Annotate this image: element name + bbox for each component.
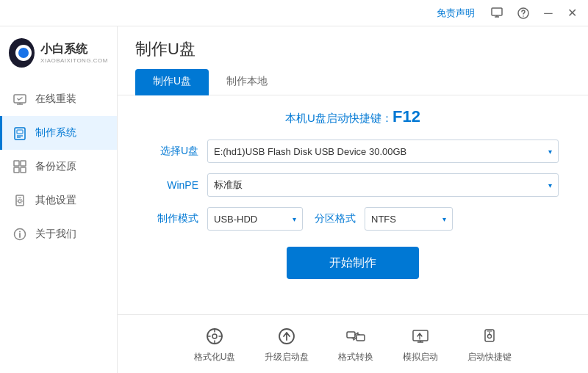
partition-dropdown[interactable]: NTFS ▾ (365, 207, 453, 231)
make-system-icon (12, 125, 28, 141)
format-convert-icon (344, 325, 368, 348)
sidebar-label-online-reinstall: 在线重装 (35, 93, 76, 106)
winpe-dropdown-arrow: ▾ (548, 181, 552, 189)
svg-point-31 (488, 335, 492, 338)
minimize-button[interactable]: ─ (539, 4, 557, 22)
page-header: 制作U盘 制作U盘 制作本地 (118, 26, 588, 95)
backup-restore-icon (12, 159, 28, 175)
mode-dropdown[interactable]: USB-HDD ▾ (207, 207, 303, 231)
other-settings-icon (12, 192, 28, 209)
mode-value: USB-HDD (214, 214, 293, 225)
svg-rect-25 (347, 332, 355, 338)
usb-select-row: 选择U盘 E:(hd1)USB Flash Disk USB Device 30… (147, 140, 559, 163)
toolbar-label-boot-shortcut: 启动快捷键 (467, 351, 512, 363)
tab-bar: 制作U盘 制作本地 (135, 69, 570, 95)
simulate-boot-icon (409, 325, 432, 348)
window-controls: ─ ✕ (487, 3, 581, 23)
svg-rect-12 (14, 161, 19, 166)
sidebar-label-backup-restore: 备份还原 (35, 160, 76, 173)
online-reinstall-icon (12, 91, 28, 107)
partition-dropdown-arrow: ▾ (442, 215, 446, 223)
svg-point-4 (523, 15, 524, 17)
tab-make-local[interactable]: 制作本地 (209, 69, 285, 95)
sidebar-label-other-settings: 其他设置 (35, 194, 76, 207)
content-area: 本机U盘启动快捷键：F12 选择U盘 E:(hd1)USB Flash Disk… (118, 95, 588, 314)
toolbar-item-format-convert[interactable]: 格式转换 (338, 325, 373, 363)
logo-subtitle: XIAOBAIXITONG.COM (40, 57, 108, 64)
svg-rect-14 (14, 167, 19, 173)
sidebar-label-make-system: 制作系统 (35, 126, 76, 140)
format-usb-icon (203, 325, 226, 348)
close-button[interactable]: ✕ (563, 4, 581, 22)
toolbar-label-simulate-boot: 模拟启动 (403, 351, 438, 363)
bottom-toolbar: 格式化U盘 升级启动盘 (118, 314, 588, 373)
svg-point-21 (19, 231, 21, 233)
partition-label: 分区格式 (312, 212, 356, 225)
shortcut-prefix: 本机U盘启动快捷键： (285, 112, 392, 124)
usb-dropdown[interactable]: E:(hd1)USB Flash Disk USB Device 30.00GB… (207, 140, 559, 163)
toolbar-label-upgrade-boot: 升级启动盘 (265, 351, 309, 363)
sidebar-item-other-settings[interactable]: 其他设置 (0, 184, 117, 217)
right-panel: 制作U盘 制作U盘 制作本地 本机U盘启动快捷键：F12 选择U盘 E:(hd1… (118, 26, 588, 373)
logo-icon (9, 38, 35, 68)
shortcut-hint: 本机U盘启动快捷键：F12 (147, 107, 559, 126)
toolbar-item-format-usb[interactable]: 格式化U盘 (194, 325, 236, 363)
sidebar-item-make-system[interactable]: 制作系统 (0, 116, 117, 150)
main-content: 制作U盘 制作U盘 制作本地 本机U盘启动快捷键：F12 选择U盘 E:(hd1… (118, 26, 588, 314)
winpe-dropdown[interactable]: 标准版 ▾ (207, 173, 559, 197)
announcement-label[interactable]: 免责声明 (437, 7, 475, 20)
help-icon[interactable] (513, 3, 534, 23)
logo-text: 小白系统 XIAOBAIXITONG.COM (40, 42, 108, 64)
boot-shortcut-icon (478, 325, 501, 348)
app-container: 小白系统 XIAOBAIXITONG.COM 在线重装 (0, 26, 588, 373)
mode-label: 制作模式 (147, 212, 198, 225)
sidebar-item-backup-restore[interactable]: 备份还原 (0, 150, 117, 184)
user-icon[interactable] (487, 3, 507, 23)
usb-label: 选择U盘 (147, 145, 198, 158)
mode-row: 制作模式 USB-HDD ▾ 分区格式 NTFS ▾ (147, 207, 559, 231)
winpe-row: WinPE 标准版 ▾ (147, 173, 559, 197)
page-title: 制作U盘 (135, 38, 570, 60)
usb-value: E:(hd1)USB Flash Disk USB Device 30.00GB (214, 146, 548, 157)
winpe-value: 标准版 (214, 178, 548, 192)
logo-title: 小白系统 (40, 42, 108, 57)
shortcut-key: F12 (392, 107, 420, 126)
sidebar-item-online-reinstall[interactable]: 在线重装 (0, 82, 117, 116)
toolbar-item-simulate-boot[interactable]: 模拟启动 (403, 325, 438, 363)
about-us-icon (12, 226, 28, 242)
svg-rect-15 (21, 167, 26, 173)
logo-area: 小白系统 XIAOBAIXITONG.COM (0, 26, 117, 76)
winpe-label: WinPE (147, 179, 198, 191)
toolbar-item-upgrade-boot[interactable]: 升级启动盘 (265, 325, 309, 363)
sidebar-nav: 在线重装 制作系统 (0, 76, 117, 373)
active-bar (0, 116, 2, 150)
mode-dropdown-arrow: ▾ (293, 215, 296, 223)
partition-value: NTFS (371, 214, 442, 225)
usb-dropdown-arrow: ▾ (548, 148, 552, 156)
upgrade-boot-icon (275, 325, 298, 348)
svg-rect-13 (21, 161, 26, 166)
svg-rect-0 (492, 8, 502, 15)
svg-rect-16 (16, 195, 24, 206)
toolbar-label-format-usb: 格式化U盘 (194, 351, 236, 363)
toolbar-item-boot-shortcut[interactable]: 启动快捷键 (467, 325, 512, 363)
svg-rect-26 (356, 335, 365, 341)
start-button[interactable]: 开始制作 (287, 247, 419, 279)
toolbar-label-format-convert: 格式转换 (338, 351, 373, 363)
tab-make-usb[interactable]: 制作U盘 (135, 69, 209, 95)
svg-rect-9 (17, 130, 23, 134)
sidebar-item-about-us[interactable]: 关于我们 (0, 217, 117, 251)
svg-rect-27 (413, 330, 428, 341)
sidebar: 小白系统 XIAOBAIXITONG.COM 在线重装 (0, 26, 118, 373)
title-bar: 免责声明 ─ ✕ (0, 0, 588, 26)
sidebar-label-about-us: 关于我们 (35, 228, 76, 241)
svg-point-23 (212, 334, 217, 338)
